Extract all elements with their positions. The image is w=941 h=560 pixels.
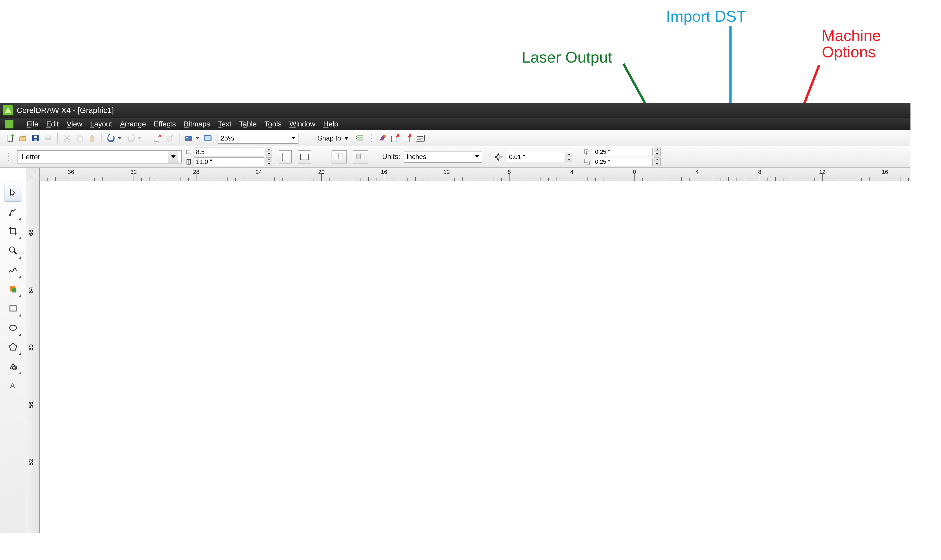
menu-help[interactable]: Help bbox=[323, 120, 338, 128]
export-laser-icon bbox=[403, 134, 412, 143]
undo-button[interactable] bbox=[105, 132, 117, 144]
separator bbox=[148, 133, 148, 143]
ruler-v-label: 56 bbox=[28, 402, 34, 408]
cut-icon bbox=[63, 134, 71, 142]
separator bbox=[57, 133, 58, 143]
menu-edit[interactable]: Edit bbox=[46, 120, 59, 128]
menu-bitmaps[interactable]: Bitmaps bbox=[184, 120, 210, 128]
canvas[interactable] bbox=[40, 182, 910, 532]
app-launcher-dropdown-icon[interactable] bbox=[196, 137, 199, 140]
menu-tools[interactable]: Tools bbox=[265, 120, 281, 128]
menu-text[interactable]: Text bbox=[218, 120, 231, 128]
basic-shapes-tool[interactable] bbox=[4, 357, 22, 375]
menu-table[interactable]: Table bbox=[239, 120, 257, 128]
menu-file[interactable]: File bbox=[26, 120, 39, 128]
dup-y-icon bbox=[584, 158, 592, 165]
grip[interactable] bbox=[8, 152, 10, 162]
ruler-vertical[interactable]: 6864605652 bbox=[26, 181, 40, 532]
zoom-combo[interactable]: 25% bbox=[218, 133, 298, 144]
laser-output-icon bbox=[378, 134, 387, 143]
redo-button[interactable] bbox=[125, 132, 137, 144]
paper-preset-value: Letter bbox=[22, 153, 40, 161]
svg-rect-33 bbox=[361, 154, 364, 159]
zoom-icon bbox=[8, 246, 18, 255]
save-button[interactable] bbox=[30, 132, 41, 144]
crop-icon bbox=[8, 226, 18, 236]
nudge-input[interactable] bbox=[507, 152, 564, 162]
all-pages-icon bbox=[334, 152, 344, 162]
undo-icon bbox=[107, 134, 116, 142]
welcome-button[interactable] bbox=[202, 132, 213, 144]
nudge-spinner[interactable] bbox=[566, 152, 572, 162]
document-icon bbox=[5, 120, 14, 129]
dup-x-input[interactable] bbox=[593, 148, 653, 156]
chevron-down-icon bbox=[475, 155, 479, 158]
svg-rect-36 bbox=[585, 159, 588, 163]
zoom-tool[interactable] bbox=[4, 242, 22, 259]
rectangle-icon bbox=[8, 304, 18, 313]
units-label: Units: bbox=[382, 153, 400, 161]
ellipse-tool[interactable] bbox=[4, 319, 22, 337]
options-button[interactable] bbox=[355, 132, 366, 144]
export-button[interactable] bbox=[164, 132, 176, 144]
svg-marker-45 bbox=[9, 343, 17, 350]
snap-to-label[interactable]: Snap to bbox=[318, 134, 348, 142]
page-width-input[interactable] bbox=[194, 148, 264, 157]
cut-button[interactable] bbox=[61, 132, 73, 144]
pick-tool[interactable] bbox=[4, 184, 22, 202]
polygon-tool[interactable] bbox=[4, 338, 22, 356]
open-button[interactable] bbox=[17, 132, 29, 144]
export-laser-button[interactable] bbox=[402, 132, 413, 144]
redo-dropdown-icon[interactable] bbox=[138, 137, 141, 140]
page-height-input[interactable] bbox=[194, 157, 264, 166]
shape-tool[interactable] bbox=[4, 203, 22, 221]
laser-output-button[interactable] bbox=[377, 132, 389, 144]
svg-rect-42 bbox=[12, 288, 16, 292]
units-select[interactable]: inches bbox=[404, 151, 482, 163]
menu-window[interactable]: Window bbox=[289, 120, 315, 128]
ruler-horizontal[interactable]: 36322824201612840481216 bbox=[40, 168, 910, 181]
chevron-down-icon bbox=[168, 151, 178, 163]
import-dst-button[interactable] bbox=[389, 132, 401, 144]
freehand-tool[interactable] bbox=[4, 261, 22, 279]
current-page-button[interactable] bbox=[353, 151, 368, 163]
ruler-origin[interactable] bbox=[26, 168, 40, 181]
menu-effects[interactable]: Effects bbox=[154, 120, 176, 128]
svg-rect-10 bbox=[78, 136, 82, 142]
rectangle-tool[interactable] bbox=[4, 300, 22, 317]
dup-y-spinner[interactable] bbox=[654, 157, 660, 166]
app-window: CorelDRAW X4 - [Graphic1] File Edit View… bbox=[0, 103, 910, 532]
dup-y-input[interactable] bbox=[593, 158, 653, 166]
menu-view[interactable]: View bbox=[66, 120, 82, 128]
undo-dropdown-icon[interactable] bbox=[118, 137, 122, 140]
paper-preset-select[interactable]: Letter bbox=[17, 151, 182, 163]
landscape-button[interactable] bbox=[298, 151, 311, 163]
svg-rect-32 bbox=[356, 154, 360, 159]
portrait-icon bbox=[282, 153, 288, 161]
dup-x-spinner[interactable] bbox=[654, 148, 660, 157]
svg-line-40 bbox=[14, 252, 17, 254]
height-spinner[interactable] bbox=[265, 157, 272, 166]
paste-button[interactable] bbox=[86, 132, 98, 144]
smart-fill-tool[interactable] bbox=[4, 280, 22, 298]
new-button[interactable] bbox=[5, 132, 16, 144]
svg-rect-3 bbox=[34, 135, 37, 138]
annotation-machine-options: Machine Options bbox=[822, 28, 881, 60]
copy-button[interactable] bbox=[74, 132, 85, 144]
text-tool[interactable]: A bbox=[4, 377, 22, 394]
portrait-button[interactable] bbox=[279, 151, 292, 163]
standard-toolbar: 25% Snap to bbox=[0, 130, 910, 146]
menu-arrange[interactable]: Arrange bbox=[120, 120, 146, 128]
menu-layout[interactable]: Layout bbox=[90, 120, 112, 128]
app-launcher-button[interactable] bbox=[183, 132, 194, 144]
print-button[interactable] bbox=[42, 132, 54, 144]
svg-rect-35 bbox=[586, 151, 590, 155]
ellipse-icon bbox=[8, 323, 18, 332]
machine-options-button[interactable] bbox=[415, 132, 426, 144]
menubar: File Edit View Layout Arrange Effects Bi… bbox=[0, 118, 910, 130]
paste-icon bbox=[88, 134, 96, 142]
crop-tool[interactable] bbox=[4, 222, 22, 240]
import-button[interactable] bbox=[151, 132, 163, 144]
width-spinner[interactable] bbox=[265, 148, 272, 157]
all-pages-button[interactable] bbox=[332, 151, 347, 163]
